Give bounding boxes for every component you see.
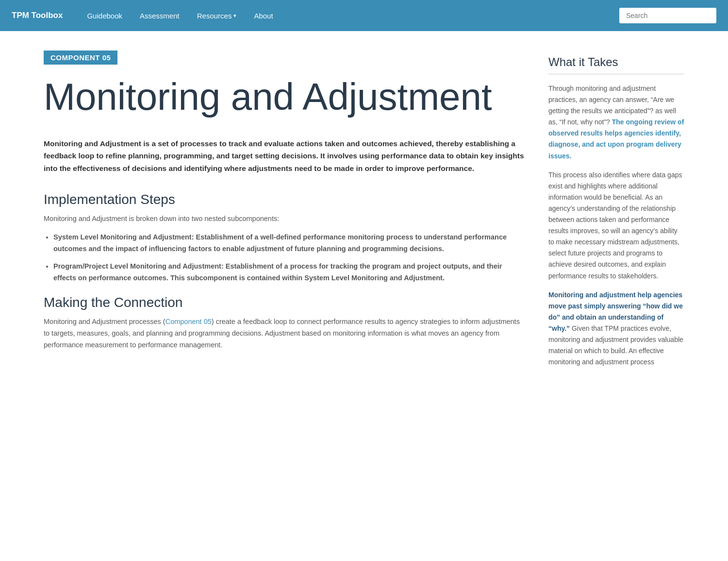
connection-paragraph: Monitoring and Adjustment processes (Com… [44,316,525,351]
section-heading-implementation: Implementation Steps [44,192,525,207]
sidebar-title: What it Takes [548,55,684,69]
list-item: System Level Monitoring and Adjustment: … [53,232,525,255]
search-container [619,8,716,23]
main-content: COMPONENT 05 Monitoring and Adjustment M… [44,51,525,375]
nav-link-guidebook[interactable]: Guidebook [78,0,131,31]
sidebar-block-2: Monitoring and adjustment help agencies … [548,289,684,368]
page-wrapper: COMPONENT 05 Monitoring and Adjustment M… [15,31,713,405]
intro-paragraph: Monitoring and Adjustment is a set of pr… [44,137,525,175]
implementation-list: System Level Monitoring and Adjustment: … [53,232,525,284]
connection-prefix: Monitoring and Adjustment processes ( [44,318,165,325]
sidebar-block-0: Through monitoring and adjustment practi… [548,83,684,162]
sidebar-divider [548,74,684,74]
page-title: Monitoring and Adjustment [44,76,525,118]
nav-brand[interactable]: TPM Toolbox [12,11,63,20]
navbar: TPM Toolbox Guidebook Assessment Resourc… [0,0,728,31]
nav-link-resources[interactable]: Resources ▾ [188,0,246,31]
component-link[interactable]: Component 05 [165,318,212,325]
nav-links: Guidebook Assessment Resources ▾ About [78,0,619,31]
component-badge: COMPONENT 05 [44,51,117,65]
section-heading-connection: Making the Connection [44,295,525,310]
nav-link-about[interactable]: About [245,0,281,31]
sidebar: What it Takes Through monitoring and adj… [548,51,684,375]
implementation-intro-text: Monitoring and Adjustment is broken down… [44,213,525,225]
search-input[interactable] [619,8,716,23]
nav-link-assessment[interactable]: Assessment [131,0,188,31]
list-item: Program/Project Level Monitoring and Adj… [53,261,525,284]
sidebar-block-1: This process also identifies where data … [548,170,684,282]
chevron-down-icon: ▾ [233,13,236,19]
